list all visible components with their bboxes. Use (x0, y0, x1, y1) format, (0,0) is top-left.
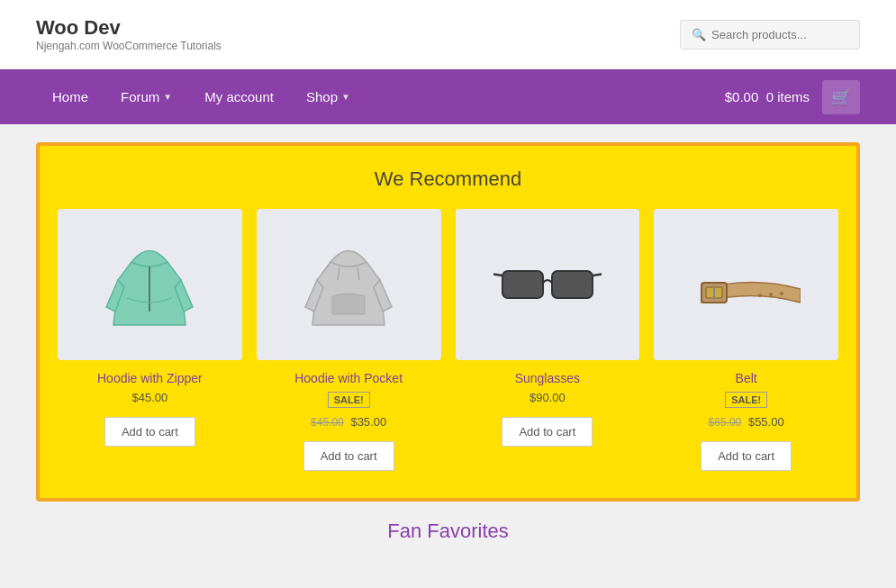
products-grid: Hoodie with Zipper $45.00 Add to cart (58, 209, 838, 471)
product-image-sunglasses (456, 209, 640, 360)
product-image-hoodie-zipper (58, 209, 242, 360)
add-to-cart-button-4[interactable]: Add to cart (701, 441, 792, 471)
svg-rect-3 (502, 271, 543, 298)
nav-item-home[interactable]: Home (36, 69, 104, 124)
new-price-2: $35.00 (350, 415, 386, 429)
header: Woo Dev Njengah.com WooCommerce Tutorial… (0, 0, 896, 69)
fan-favorites-title: Fan Favorites (36, 520, 860, 543)
sale-badge-2: SALE! (328, 392, 370, 408)
belt-illustration (692, 226, 801, 343)
nav-item-shop[interactable]: Shop ▼ (290, 69, 367, 124)
add-to-cart-button-1[interactable]: Add to cart (104, 417, 195, 447)
search-input[interactable] (711, 28, 848, 41)
search-bar[interactable]: 🔍 (680, 20, 860, 50)
svg-point-11 (769, 293, 773, 296)
svg-line-5 (493, 274, 502, 276)
search-icon: 🔍 (692, 28, 706, 41)
product-image-belt (654, 209, 838, 360)
svg-point-10 (758, 294, 762, 297)
product-price-3: $90.00 (529, 391, 566, 404)
product-price-4: $65.00 $55.00 (709, 415, 784, 429)
nav-left: Home Forum ▼ My account Shop ▼ (36, 69, 367, 124)
product-name-4: Belt (736, 371, 757, 385)
svg-rect-4 (552, 271, 593, 298)
cart-total: $0.00 0 items (725, 89, 810, 104)
logo-area: Woo Dev Njengah.com WooCommerce Tutorial… (36, 16, 222, 52)
product-card-sunglasses: Sunglasses $90.00 Add to cart (456, 209, 640, 471)
add-to-cart-button-2[interactable]: Add to cart (303, 441, 394, 471)
chevron-down-icon: ▼ (341, 92, 350, 102)
product-price-2: $45.00 $35.00 (311, 415, 386, 429)
product-card-belt: Belt SALE! $65.00 $55.00 Add to cart (654, 209, 838, 471)
product-card-hoodie-pocket: Hoodie with Pocket SALE! $45.00 $35.00 A… (257, 209, 441, 471)
old-price-4: $65.00 (709, 416, 742, 429)
svg-point-12 (780, 292, 783, 295)
svg-line-6 (593, 274, 602, 276)
recommend-title: We Recommend (58, 167, 838, 191)
product-image-hoodie-pocket (257, 209, 441, 360)
hoodie-pocket-illustration (294, 226, 403, 343)
site-subtitle: Njengah.com WooCommerce Tutorials (36, 40, 222, 52)
product-price-1: $45.00 (131, 391, 167, 404)
hoodie-zipper-illustration (95, 226, 204, 343)
add-to-cart-button-3[interactable]: Add to cart (502, 417, 593, 447)
sunglasses-illustration (493, 226, 602, 343)
nav-right: $0.00 0 items 🛒 (725, 80, 860, 114)
old-price-2: $45.00 (311, 416, 344, 429)
nav-bar: Home Forum ▼ My account Shop ▼ $0.00 0 i… (0, 69, 896, 124)
chevron-down-icon: ▼ (163, 92, 172, 102)
main-content: We Recommend (0, 124, 896, 561)
product-name-2: Hoodie with Pocket (294, 371, 403, 385)
cart-icon[interactable]: 🛒 (822, 80, 860, 114)
nav-item-myaccount[interactable]: My account (188, 69, 290, 124)
nav-item-forum[interactable]: Forum ▼ (104, 69, 188, 124)
sale-badge-4: SALE! (725, 392, 767, 408)
product-card-hoodie-zipper: Hoodie with Zipper $45.00 Add to cart (58, 209, 242, 471)
recommend-section: We Recommend (36, 142, 860, 502)
product-name-3: Sunglasses (515, 371, 580, 385)
product-name-1: Hoodie with Zipper (97, 371, 203, 385)
site-title: Woo Dev (36, 16, 222, 40)
new-price-4: $55.00 (748, 415, 784, 429)
